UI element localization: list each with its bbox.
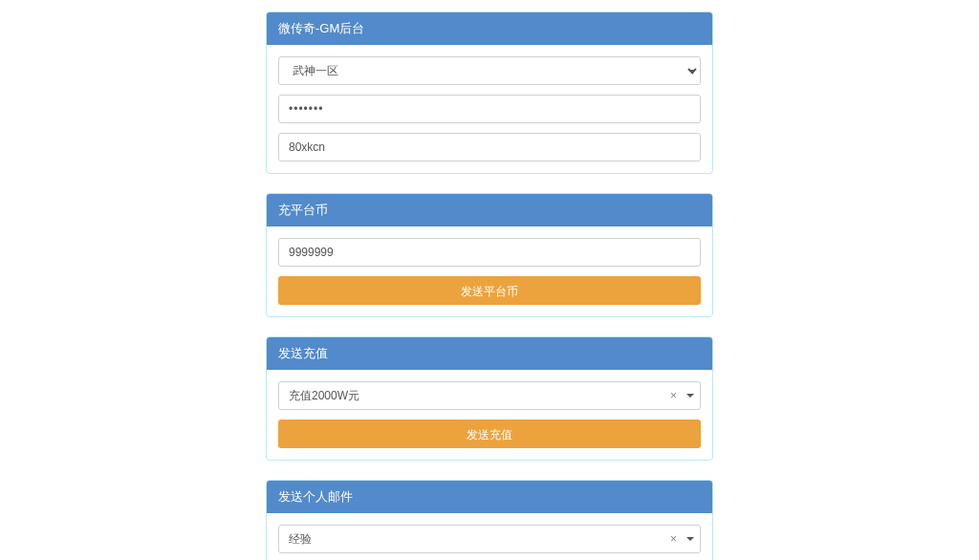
send-platform-currency-button[interactable]: 发送平台币 xyxy=(278,276,701,305)
panel-gm-login-title: 微传奇-GM后台 xyxy=(267,12,712,45)
send-recharge-button[interactable]: 发送充值 xyxy=(278,420,701,448)
page-root: 微传奇-GM后台 武神一区 ▾ 充平台币 发送平台币 发送充值 充值2000W元 xyxy=(0,0,979,560)
platform-currency-amount-input[interactable] xyxy=(278,238,701,267)
mail-item-combo[interactable]: 经验 × xyxy=(278,525,701,553)
chevron-down-icon xyxy=(686,537,694,541)
mail-item-clear-icon[interactable]: × xyxy=(664,532,683,546)
recharge-item-combo[interactable]: 充值2000W元 × xyxy=(278,381,701,410)
panel-gm-login-body: 武神一区 ▾ xyxy=(267,45,712,173)
panel-send-recharge-body: 充值2000W元 × 发送充值 xyxy=(267,370,712,460)
recharge-item-clear-icon[interactable]: × xyxy=(664,389,683,402)
panel-send-mail-body: 经验 × ▲ ▼ 发送个人邮件 xyxy=(267,513,712,560)
panel-gm-login: 微传奇-GM后台 武神一区 ▾ xyxy=(266,11,713,174)
panel-send-mail-title: 发送个人邮件 xyxy=(267,481,712,513)
password-input[interactable] xyxy=(278,95,701,123)
server-select[interactable]: 武神一区 xyxy=(278,56,701,85)
panel-platform-currency-title: 充平台币 xyxy=(267,194,712,226)
panel-send-recharge-title: 发送充值 xyxy=(267,337,712,370)
server-select-wrap: 武神一区 ▾ xyxy=(278,56,701,85)
panel-platform-currency-body: 发送平台币 xyxy=(267,226,712,316)
verification-code-input[interactable] xyxy=(278,133,701,162)
panel-send-mail: 发送个人邮件 经验 × ▲ ▼ 发送个人邮件 xyxy=(266,480,713,560)
panel-platform-currency: 充平台币 发送平台币 xyxy=(266,193,713,317)
recharge-item-combo-value: 充值2000W元 xyxy=(289,388,664,404)
mail-item-combo-value: 经验 xyxy=(289,531,664,548)
chevron-down-icon xyxy=(686,394,694,398)
panel-send-recharge: 发送充值 充值2000W元 × 发送充值 xyxy=(266,336,713,461)
